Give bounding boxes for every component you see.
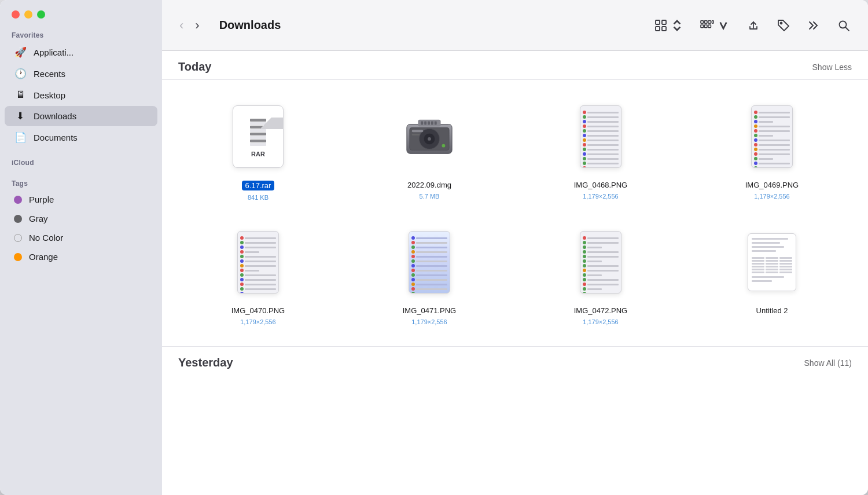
- svg-rect-20: [412, 130, 424, 132]
- sidebar-item-tag-orange[interactable]: Orange: [5, 248, 157, 266]
- file-name-img471: IMG_0471.PNG: [403, 306, 457, 315]
- chevron-down-icon: [716, 19, 730, 32]
- forward-button[interactable]: ›: [192, 17, 203, 34]
- finder-window: Favorites 🚀 Applicati... 🕐 Recents 🖥 Des…: [0, 0, 868, 495]
- sidebar-item-desktop[interactable]: 🖥 Desktop: [5, 85, 157, 105]
- chevron-right-right-icon: [807, 19, 821, 32]
- file-meta-img468: 1,179×2,556: [583, 193, 618, 200]
- file-item-img471[interactable]: IMG_0471.PNG 1,179×2,556: [350, 217, 509, 330]
- sidebar-item-downloads[interactable]: ⬇ Downloads: [5, 106, 157, 126]
- svg-rect-3: [662, 27, 666, 31]
- sidebar-item-tag-purple[interactable]: Purple: [5, 190, 157, 208]
- search-button[interactable]: [833, 16, 854, 35]
- img470-icon: [237, 231, 279, 294]
- file-name-img472: IMG_0472.PNG: [574, 306, 628, 315]
- show-all-button[interactable]: Show All (11): [804, 358, 852, 368]
- today-section-header: Today Show Less: [162, 51, 868, 80]
- maximize-button[interactable]: [37, 10, 45, 19]
- orange-dot: [14, 253, 22, 261]
- rar-icon: RAR: [233, 105, 284, 168]
- share-icon: [746, 19, 760, 32]
- file-meta-img472: 1,179×2,556: [583, 318, 618, 325]
- svg-rect-4: [701, 20, 704, 23]
- sidebar-item-documents[interactable]: 📄 Documents: [5, 127, 157, 148]
- tag-button[interactable]: [773, 16, 794, 35]
- nav-buttons: ‹ ›: [176, 17, 203, 34]
- file-meta-dmg: 5.7 MB: [420, 193, 440, 200]
- toolbar-title: Downloads: [219, 19, 634, 32]
- file-item-img472[interactable]: IMG_0472.PNG 1,179×2,556: [521, 217, 681, 330]
- file-item-img468[interactable]: IMG_0468.PNG 1,179×2,556: [521, 91, 681, 206]
- today-label: Today: [178, 60, 211, 74]
- show-less-button[interactable]: Show Less: [812, 63, 852, 72]
- list-view-button[interactable]: [697, 16, 734, 35]
- file-item-rar[interactable]: RAR 6.17.rar 841 KB: [178, 91, 338, 206]
- sidebar-item-label-documents: Documents: [34, 133, 148, 142]
- desktop-icon: 🖥: [14, 89, 27, 101]
- yesterday-label: Yesterday: [178, 356, 233, 369]
- documents-icon: 📄: [14, 131, 27, 144]
- svg-rect-7: [701, 25, 704, 28]
- main-content: ‹ › Downloads: [162, 0, 868, 495]
- svg-rect-26: [428, 122, 430, 125]
- toolbar-actions: [650, 16, 854, 35]
- downloads-icon: ⬇: [14, 110, 27, 122]
- minimize-button[interactable]: [24, 10, 32, 19]
- file-item-untitled2[interactable]: Untitled 2: [692, 217, 852, 330]
- svg-rect-8: [704, 25, 707, 28]
- svg-line-14: [845, 27, 849, 31]
- svg-point-19: [428, 137, 431, 141]
- chevron-updown-icon: [670, 19, 684, 32]
- tag-icon: [777, 19, 790, 32]
- sidebar-item-label-orange: Orange: [29, 252, 148, 262]
- rar-type-label: RAR: [251, 151, 265, 157]
- file-item-dmg[interactable]: 2022.09.dmg 5.7 MB: [350, 91, 509, 206]
- svg-rect-10: [712, 20, 713, 23]
- untitled2-icon: [748, 233, 796, 291]
- back-button[interactable]: ‹: [176, 17, 187, 34]
- sidebar: Favorites 🚀 Applicati... 🕐 Recents 🖥 Des…: [0, 0, 162, 495]
- svg-rect-6: [708, 20, 711, 23]
- sidebar-item-recents[interactable]: 🕐 Recents: [5, 64, 157, 84]
- file-meta-rar: 841 KB: [248, 194, 269, 201]
- close-button[interactable]: [12, 10, 20, 19]
- img472-thumbnail: [566, 222, 635, 303]
- file-meta-img471: 1,179×2,556: [411, 318, 447, 325]
- content-area: Today Show Less: [162, 51, 868, 495]
- svg-rect-28: [435, 122, 437, 125]
- rar-thumbnail: RAR: [223, 96, 293, 177]
- more-button[interactable]: [803, 16, 824, 35]
- file-item-img469[interactable]: IMG_0469.PNG 1,179×2,556: [692, 91, 852, 206]
- search-icon: [837, 19, 851, 32]
- img468-thumbnail: [566, 96, 635, 177]
- svg-rect-9: [708, 25, 711, 28]
- svg-point-22: [442, 144, 446, 148]
- file-item-img470[interactable]: IMG_0470.PNG 1,179×2,556: [178, 217, 338, 330]
- sidebar-item-applications[interactable]: 🚀 Applicati...: [5, 42, 157, 63]
- sidebar-item-label-desktop: Desktop: [34, 90, 148, 100]
- grid-icon: [654, 19, 668, 32]
- sidebar-item-tag-no-color[interactable]: No Color: [5, 229, 157, 247]
- file-name-img470: IMG_0470.PNG: [231, 306, 285, 315]
- img469-icon: [751, 105, 793, 168]
- svg-point-12: [781, 22, 782, 24]
- svg-rect-27: [431, 122, 433, 125]
- svg-rect-24: [421, 122, 423, 125]
- traffic-lights: [0, 0, 162, 27]
- file-meta-img470: 1,179×2,556: [240, 318, 275, 325]
- sidebar-item-label-downloads: Downloads: [34, 111, 148, 121]
- hard-drive-icon: [404, 113, 455, 160]
- sidebar-item-label-recents: Recents: [34, 69, 148, 79]
- icloud-section-label: iCloud: [0, 154, 162, 169]
- grid-view-button[interactable]: [650, 16, 687, 35]
- no-color-dot: [14, 234, 22, 242]
- share-button[interactable]: [743, 16, 764, 35]
- group-view-icon: [700, 19, 714, 32]
- img472-icon: [580, 231, 621, 294]
- files-grid: RAR 6.17.rar 841 KB: [162, 80, 868, 346]
- sidebar-item-tag-gray[interactable]: Gray: [5, 210, 157, 228]
- applications-icon: 🚀: [14, 46, 27, 58]
- dmg-icon: [404, 111, 455, 162]
- gray-dot: [14, 215, 22, 223]
- svg-rect-25: [424, 122, 426, 125]
